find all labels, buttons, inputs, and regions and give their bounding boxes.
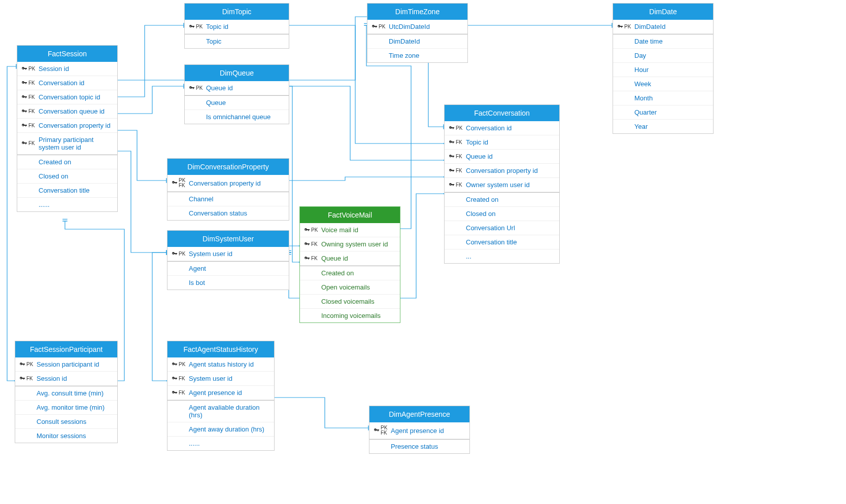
attribute-label: Topic id xyxy=(466,138,488,146)
entity-attribute-row[interactable]: FKOwner system user id xyxy=(445,178,559,192)
entity-dimAgentPresence[interactable]: DimAgentPresencePKFKAgent presence idPre… xyxy=(369,406,470,454)
entity-attribute-row[interactable]: PKSession participant id xyxy=(15,357,117,372)
entity-attribute-row[interactable]: FKSession id xyxy=(15,372,117,386)
entity-attribute-row[interactable]: FKAgent presence id xyxy=(167,386,274,400)
entity-attribute-row[interactable]: FKOwning system user id xyxy=(300,237,400,251)
attribute-label: Presence status xyxy=(391,443,438,450)
entity-attribute-row[interactable]: Week xyxy=(613,77,713,91)
key-indicator: FK xyxy=(19,376,37,382)
attribute-label: Closed on xyxy=(39,172,69,180)
attribute-label: Consult sessions xyxy=(37,418,86,425)
entity-dimQueue[interactable]: DimQueuePKQueue idQueueIs omnichannel qu… xyxy=(184,64,289,124)
entity-attribute-row[interactable]: ...... xyxy=(17,198,117,211)
entity-header[interactable]: DimConversationProperty xyxy=(167,159,289,175)
entity-attribute-row[interactable]: ... xyxy=(445,249,559,263)
entity-attribute-row[interactable]: Hour xyxy=(613,63,713,77)
entity-attribute-row[interactable]: Date time xyxy=(613,34,713,49)
entity-attribute-row[interactable]: PKTopic id xyxy=(185,20,289,34)
entity-attribute-row[interactable]: FKConversation property id xyxy=(17,119,117,133)
entity-attribute-row[interactable]: Created on xyxy=(445,192,559,207)
entity-attribute-row[interactable]: FKConversation id xyxy=(17,76,117,90)
entity-factConversation[interactable]: FactConversationPKConversation idFKTopic… xyxy=(444,104,560,264)
entity-attribute-row[interactable]: Avg. monitor time (min) xyxy=(15,401,117,415)
entity-attribute-row[interactable]: Agent avaliable duration (hrs) xyxy=(167,400,274,422)
entity-dimSystemUser[interactable]: DimSystemUserPKSystem user idAgentIs bot xyxy=(167,230,289,290)
entity-attribute-row[interactable]: Channel xyxy=(167,192,289,206)
entity-header[interactable]: FactVoiceMail xyxy=(300,207,400,223)
entity-header[interactable]: DimTopic xyxy=(185,4,289,20)
key-indicator: FK xyxy=(21,94,39,100)
key-indicator: PK xyxy=(19,362,37,368)
entity-attribute-row[interactable]: ...... xyxy=(167,437,274,450)
entity-attribute-row[interactable]: Closed on xyxy=(445,207,559,221)
entity-attribute-row[interactable]: Closed on xyxy=(17,169,117,184)
entity-attribute-row[interactable]: Time zone xyxy=(367,49,467,62)
entity-dimConversationProperty[interactable]: DimConversationPropertyPKFKConversation … xyxy=(167,158,289,221)
entity-attribute-row[interactable]: Month xyxy=(613,91,713,105)
entity-attribute-row[interactable]: Is omnichannel queue xyxy=(185,110,289,124)
entity-attribute-row[interactable]: Conversation Url xyxy=(445,221,559,235)
entity-attribute-row[interactable]: FKQueue id xyxy=(300,251,400,266)
entity-attribute-row[interactable]: PKQueue id xyxy=(185,81,289,95)
attribute-label: Channel xyxy=(189,195,213,203)
entity-attribute-row[interactable]: Is bot xyxy=(167,276,289,290)
entity-dimTopic[interactable]: DimTopicPKTopic idTopic xyxy=(184,3,289,49)
entity-header[interactable]: DimDate xyxy=(613,4,713,20)
entity-attribute-row[interactable]: PKAgent status history id xyxy=(167,357,274,372)
entity-attribute-row[interactable]: DimDateId xyxy=(367,34,467,49)
entity-attribute-row[interactable]: FKPrimary participant system user id xyxy=(17,133,117,155)
entity-header[interactable]: DimQueue xyxy=(185,65,289,81)
entity-attribute-row[interactable]: Created on xyxy=(17,155,117,169)
entity-attribute-row[interactable]: FKQueue id xyxy=(445,150,559,164)
entity-attribute-row[interactable]: Topic xyxy=(185,34,289,48)
entity-attribute-row[interactable]: PKSystem user id xyxy=(167,247,289,261)
entity-attribute-row[interactable]: PKConversation id xyxy=(445,121,559,135)
entity-header[interactable]: FactSessionParticipant xyxy=(15,341,117,357)
attribute-label: Primary participant system user id xyxy=(39,136,113,151)
entity-header[interactable]: FactConversation xyxy=(445,105,559,121)
entity-factVoiceMail[interactable]: FactVoiceMailPKVoice mail idFKOwning sys… xyxy=(299,206,400,323)
entity-attribute-row[interactable]: Monitor sessions xyxy=(15,429,117,443)
entity-attribute-row[interactable]: Presence status xyxy=(369,439,469,453)
entity-attribute-row[interactable]: Agent away duration (hrs) xyxy=(167,422,274,437)
entity-attribute-row[interactable]: Day xyxy=(613,49,713,63)
entity-factSession[interactable]: FactSessionPKSession idFKConversation id… xyxy=(17,45,118,212)
entity-factSessionParticipant[interactable]: FactSessionParticipantPKSession particip… xyxy=(15,341,118,443)
entity-attribute-row[interactable]: PKVoice mail id xyxy=(300,223,400,237)
entity-attribute-row[interactable]: Created on xyxy=(300,266,400,280)
entity-attribute-row[interactable]: Quarter xyxy=(613,105,713,120)
entity-attribute-row[interactable]: Closed voicemails xyxy=(300,295,400,309)
key-indicator: FK xyxy=(449,168,466,174)
entity-attribute-row[interactable]: FKConversation topic id xyxy=(17,90,117,104)
key-tag: PKFK xyxy=(381,425,387,436)
entity-header[interactable]: FactAgentStatusHistory xyxy=(167,341,274,357)
entity-attribute-row[interactable]: PKSession id xyxy=(17,62,117,76)
entity-attribute-row[interactable]: Consult sessions xyxy=(15,415,117,429)
entity-attribute-row[interactable]: Avg. consult time (min) xyxy=(15,386,117,401)
entity-attribute-row[interactable]: PKFKAgent presence id xyxy=(369,422,469,439)
entity-attribute-row[interactable]: Agent xyxy=(167,261,289,276)
entity-header[interactable]: DimSystemUser xyxy=(167,231,289,247)
entity-attribute-row[interactable]: Incoming voicemails xyxy=(300,309,400,322)
entity-attribute-row[interactable]: Open voicemails xyxy=(300,280,400,295)
attribute-label: Created on xyxy=(466,196,498,203)
entity-attribute-row[interactable]: Conversation title xyxy=(17,184,117,198)
entity-attribute-row[interactable]: FKTopic id xyxy=(445,135,559,150)
entity-dimDate[interactable]: DimDatePKDimDateIdDate timeDayHourWeekMo… xyxy=(613,3,714,134)
entity-attribute-row[interactable]: FKSystem user id xyxy=(167,372,274,386)
entity-header[interactable]: DimAgentPresence xyxy=(369,406,469,422)
entity-attribute-row[interactable]: PKFKConversation property id xyxy=(167,175,289,192)
entity-attribute-row[interactable]: FKConversation queue id xyxy=(17,104,117,119)
entity-attribute-row[interactable]: PKDimDateId xyxy=(613,20,713,34)
entity-factAgentStatusHistory[interactable]: FactAgentStatusHistoryPKAgent status his… xyxy=(167,341,275,451)
entity-attribute-row[interactable]: PKUtcDimDateId xyxy=(367,20,467,34)
entity-attribute-row[interactable]: Conversation title xyxy=(445,235,559,249)
entity-attribute-row[interactable]: Year xyxy=(613,120,713,133)
entity-attribute-row[interactable]: Queue xyxy=(185,95,289,110)
entity-dimTimeZone[interactable]: DimTimeZonePKUtcDimDateIdDimDateIdTime z… xyxy=(367,3,468,63)
attribute-label: Agent presence id xyxy=(391,427,444,435)
entity-attribute-row[interactable]: FKConversation property id xyxy=(445,164,559,178)
entity-header[interactable]: DimTimeZone xyxy=(367,4,467,20)
entity-attribute-row[interactable]: Conversation status xyxy=(167,206,289,220)
entity-header[interactable]: FactSession xyxy=(17,46,117,62)
